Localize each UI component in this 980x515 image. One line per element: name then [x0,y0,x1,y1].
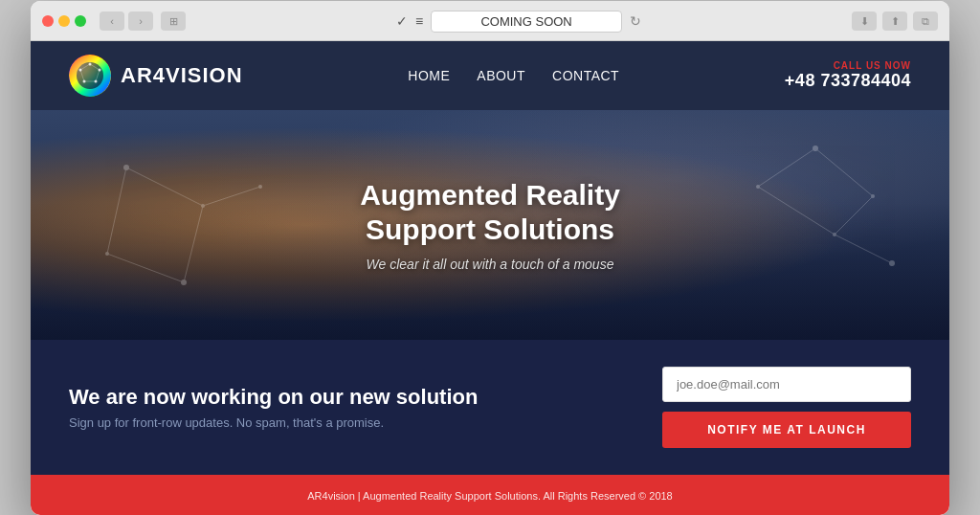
nav-contact[interactable]: CONTACT [552,68,619,83]
new-tab-button[interactable]: ⧉ [913,11,938,31]
svg-line-30 [835,235,892,263]
back-button[interactable]: ‹ [100,11,124,31]
svg-point-3 [89,62,92,65]
security-icon: ✓ [396,13,408,29]
svg-point-2 [79,68,82,71]
cta-right: NOTIFY ME AT LAUNCH [662,367,911,448]
minimize-button[interactable] [58,15,70,27]
svg-line-31 [758,187,835,235]
cta-left: We are now working on our new solution S… [69,385,662,430]
browser-chrome: ‹ › ⊞ ✓ ≡ COMING SOON ↻ ⬇ ⬆ ⧉ [31,1,949,41]
download-button[interactable]: ⬇ [852,11,877,31]
site-footer: AR4vision | Augmented Reality Support So… [31,475,949,515]
logo-text: AR4VISION [121,63,243,88]
maximize-button[interactable] [75,15,86,27]
svg-line-28 [758,148,815,187]
svg-point-5 [95,79,98,82]
svg-line-8 [90,64,100,70]
svg-line-9 [80,70,84,81]
nav-buttons: ‹ › [100,11,153,31]
address-bar[interactable]: COMING SOON [431,11,622,33]
cta-heading: We are now working on our new solution [69,385,662,410]
nav-home[interactable]: HOME [408,68,450,83]
traffic-lights [42,15,86,27]
tab-icon: ⊞ [161,11,186,31]
svg-line-21 [184,206,203,282]
svg-point-0 [69,55,111,97]
share-button[interactable]: ⬆ [882,11,907,31]
cta-section: We are now working on our new solution S… [31,340,949,475]
svg-point-1 [77,62,103,89]
hero-subtitle: We clear it all out with a touch of a mo… [360,257,620,272]
svg-point-6 [83,79,86,82]
nav-links: HOME ABOUT CONTACT [408,68,619,83]
logo-icon [69,55,111,97]
close-button[interactable] [42,15,54,27]
cta-subtext: Sign up for front-row updates. No spam, … [69,415,662,430]
hero-title: Augmented RealitySupport Solutions [360,178,620,247]
forward-button[interactable]: › [128,11,153,31]
svg-point-4 [99,68,101,71]
logo-area: AR4VISION [69,55,243,97]
address-bar-area: ✓ ≡ COMING SOON ↻ [193,11,844,33]
browser-actions: ⬇ ⬆ ⧉ [852,11,938,31]
browser-window: ‹ › ⊞ ✓ ≡ COMING SOON ↻ ⬇ ⬆ ⧉ [31,1,949,515]
svg-line-10 [96,70,100,81]
website-content: AR4VISION HOME ABOUT CONTACT CALL US NOW… [31,41,949,515]
svg-line-17 [126,168,203,206]
email-input[interactable] [662,367,911,402]
phone-area: CALL US NOW +48 733784404 [785,60,911,91]
nav-about[interactable]: ABOUT [477,68,525,83]
svg-line-18 [107,168,126,254]
refresh-button[interactable]: ↻ [630,13,641,29]
svg-line-7 [80,64,90,70]
phone-number[interactable]: +48 733784404 [785,71,911,91]
menu-icon: ≡ [415,13,423,29]
hero-content: Augmented RealitySupport Solutions We cl… [360,178,620,272]
svg-line-27 [815,148,873,196]
svg-line-20 [107,254,184,282]
call-us-label: CALL US NOW [785,60,911,71]
svg-line-29 [835,196,873,235]
footer-text: AR4vision | Augmented Reality Support So… [307,490,673,502]
svg-line-19 [203,187,260,206]
site-navigation: AR4VISION HOME ABOUT CONTACT CALL US NOW… [31,41,949,110]
hero-section: Augmented RealitySupport Solutions We cl… [31,110,949,340]
notify-button[interactable]: NOTIFY ME AT LAUNCH [662,412,911,448]
